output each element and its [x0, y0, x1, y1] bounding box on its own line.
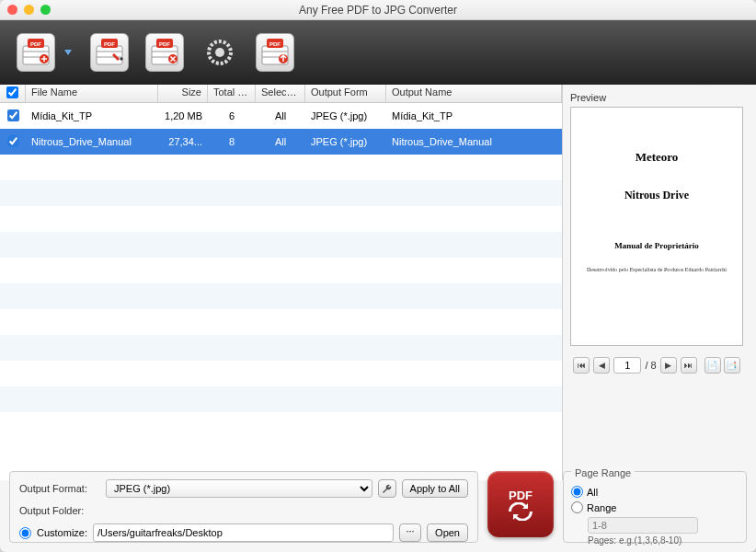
titlebar: Any Free PDF to JPG Converter	[0, 0, 756, 20]
cell-output-name: Nitrous_Drive_Manual	[386, 134, 562, 149]
table-header: File Name Size Total Pa Selected Output …	[0, 85, 562, 103]
range-custom-radio[interactable]	[571, 501, 583, 513]
minimize-window-button[interactable]	[24, 5, 34, 15]
empty-row	[0, 335, 562, 361]
file-list-panel: File Name Size Total Pa Selected Output …	[0, 85, 563, 480]
preview-text-1: Meteoro	[636, 150, 679, 165]
app-window: Any Free PDF to JPG Converter PDF PDF PD…	[0, 0, 756, 552]
add-file-button[interactable]: PDF	[17, 33, 55, 72]
preview-panel: Preview Meteoro Nitrous Drive Manual de …	[563, 85, 756, 480]
cell-format: JPEG (*.jpg)	[305, 109, 386, 123]
preview-box: Meteoro Nitrous Drive Manual de Propriet…	[570, 107, 743, 346]
page-range-group: Page Range All Range Pages: e.g.(1,3,6,8…	[563, 471, 747, 543]
range-input[interactable]	[588, 517, 698, 534]
range-hint: Pages: e.g.(1,3,6,8-10)	[588, 535, 739, 546]
table-body: Mídia_Kit_TP1,20 MB6AllJPEG (*.jpg)Mídia…	[0, 103, 562, 480]
page-total: / 8	[645, 360, 656, 371]
table-row[interactable]: Nitrous_Drive_Manual27,34...8AllJPEG (*.…	[0, 129, 562, 155]
cell-selected: All	[256, 134, 305, 149]
empty-row	[0, 283, 562, 309]
empty-row	[0, 309, 562, 335]
output-format-label: Output Format:	[19, 483, 100, 494]
close-window-button[interactable]	[7, 5, 17, 15]
empty-row	[0, 180, 562, 206]
toolbar: PDF PDF PDF PDF	[0, 20, 756, 85]
add-file-dropdown[interactable]	[63, 33, 74, 72]
pager: ⏮ ◀ / 8 ▶ ⏭ 📄 📑	[570, 357, 743, 374]
window-title: Any Free PDF to JPG Converter	[7, 4, 749, 17]
cell-output-name: Mídia_Kit_TP	[386, 109, 562, 123]
remove-file-button[interactable]: PDF	[145, 33, 184, 72]
header-filename[interactable]: File Name	[26, 85, 158, 102]
prev-page-button[interactable]: ◀	[593, 357, 610, 374]
next-page-button[interactable]: ▶	[660, 357, 677, 374]
range-custom-label: Range	[587, 502, 616, 513]
convert-pdf-label: PDF	[509, 489, 533, 502]
cell-total: 8	[208, 134, 256, 149]
customize-label: Customize:	[37, 527, 87, 538]
page-range-title: Page Range	[571, 467, 635, 478]
output-format-select[interactable]: JPEG (*.jpg)	[106, 479, 372, 498]
output-folder-label: Output Folder:	[19, 505, 100, 516]
row-checkbox[interactable]	[7, 109, 19, 121]
table-row[interactable]: Mídia_Kit_TP1,20 MB6AllJPEG (*.jpg)Mídia…	[0, 103, 562, 129]
settings-button[interactable]	[200, 33, 239, 72]
header-checkbox-col[interactable]	[0, 85, 26, 102]
header-output-name[interactable]: Output Name	[386, 85, 562, 102]
cell-size: 27,34...	[158, 134, 208, 149]
empty-row	[0, 258, 562, 283]
traffic-lights	[7, 5, 51, 15]
browse-button[interactable]: ···	[399, 523, 421, 542]
output-settings: Output Format: JPEG (*.jpg) Apply to All…	[9, 471, 478, 543]
empty-row	[0, 155, 562, 180]
preview-text-3: Manual de Proprietário	[614, 241, 698, 250]
svg-point-12	[215, 48, 224, 57]
page-number-input[interactable]	[613, 357, 641, 374]
row-checkbox[interactable]	[7, 135, 19, 147]
range-all-radio[interactable]	[571, 486, 583, 498]
svg-text:PDF: PDF	[269, 41, 281, 47]
first-page-button[interactable]: ⏮	[573, 357, 590, 374]
bottom-panel: Output Format: JPEG (*.jpg) Apply to All…	[9, 471, 747, 543]
cell-filename: Nitrous_Drive_Manual	[26, 134, 158, 149]
output-path-input[interactable]	[93, 523, 394, 542]
svg-text:PDF: PDF	[104, 41, 115, 47]
content-area: File Name Size Total Pa Selected Output …	[0, 85, 756, 480]
edit-file-button[interactable]: PDF	[90, 33, 129, 72]
preview-text-2: Nitrous Drive	[624, 189, 689, 202]
svg-rect-4	[97, 46, 122, 64]
last-page-button[interactable]: ⏭	[681, 357, 697, 374]
cell-format: JPEG (*.jpg)	[305, 134, 386, 149]
convert-button[interactable]: PDF	[487, 471, 554, 537]
preview-label: Preview	[570, 92, 743, 103]
upload-button[interactable]: PDF	[256, 33, 294, 72]
header-size[interactable]: Size	[158, 85, 208, 102]
range-all-label: All	[587, 487, 598, 498]
cell-selected: All	[256, 109, 305, 123]
empty-row	[0, 386, 562, 412]
zoom-window-button[interactable]	[40, 5, 51, 15]
empty-row	[0, 232, 562, 258]
page-view-icon[interactable]: 📄	[704, 357, 721, 374]
empty-row	[0, 361, 562, 386]
page-export-icon[interactable]: 📑	[724, 357, 740, 374]
header-output-format[interactable]: Output Form	[305, 85, 386, 102]
format-settings-button[interactable]	[378, 479, 396, 498]
cell-filename: Mídia_Kit_TP	[26, 109, 158, 123]
empty-row	[0, 206, 562, 232]
open-folder-button[interactable]: Open	[427, 523, 468, 542]
apply-to-all-button[interactable]: Apply to All	[402, 479, 468, 498]
header-selected[interactable]: Selected	[256, 85, 305, 102]
preview-text-4: Desenvolvido pelo Especialista de Produt…	[587, 267, 727, 272]
header-total-pages[interactable]: Total Pa	[208, 85, 256, 102]
svg-text:PDF: PDF	[30, 41, 41, 47]
svg-text:PDF: PDF	[159, 41, 170, 47]
customize-radio[interactable]	[19, 527, 31, 539]
cell-total: 6	[208, 109, 256, 123]
cell-size: 1,20 MB	[158, 109, 208, 123]
